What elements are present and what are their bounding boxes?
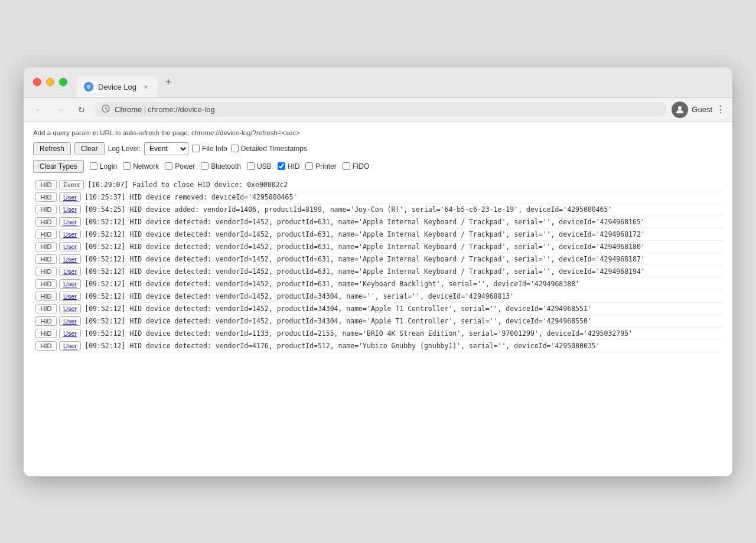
filter-printer-checkbox[interactable] — [305, 162, 313, 170]
filter-fido-checkbox[interactable] — [343, 162, 350, 170]
log-message: [09:54:25] HID device added: vendorId=14… — [84, 205, 721, 214]
log-message: [09:52:12] HID device detected: vendorId… — [84, 292, 721, 300]
menu-button[interactable]: ⋮ — [716, 104, 725, 115]
tab-close-button[interactable]: × — [141, 82, 151, 91]
filter-login-checkbox[interactable] — [90, 162, 97, 170]
filter-network-checkbox[interactable] — [123, 162, 131, 170]
log-type-badge: HID — [35, 242, 57, 251]
tab-bar: ⊙ Device Log × + — [77, 67, 732, 97]
filter-bluetooth-checkbox[interactable] — [201, 162, 208, 170]
log-type-badge: HID — [35, 205, 57, 214]
filter-fido-label[interactable]: FIDO — [353, 162, 370, 171]
log-type-badge: HID — [35, 304, 57, 313]
log-row: HIDEvent[10:29:07] Failed to close HID d… — [33, 179, 723, 191]
log-message: [09:52:12] HID device detected: vendorId… — [84, 218, 721, 226]
refresh-button[interactable]: Refresh — [33, 142, 71, 155]
log-level-select[interactable]: Event Verbose Debug Info Warning Error — [144, 142, 188, 155]
log-message: [09:52:12] HID device detected: vendorId… — [84, 267, 721, 276]
maximize-button[interactable] — [59, 78, 67, 86]
log-row: HIDUser[10:25:37] HID device removed: de… — [33, 191, 723, 204]
log-level-badge[interactable]: User — [59, 341, 81, 351]
log-level-badge[interactable]: User — [59, 242, 81, 251]
filter-usb: USB — [247, 162, 272, 171]
close-button[interactable] — [33, 78, 41, 86]
filter-printer-label[interactable]: Printer — [315, 162, 336, 171]
filter-login: Login — [90, 162, 117, 171]
log-type-badge: HID — [35, 316, 57, 326]
log-message: [10:29:07] Failed to close HID device: 0… — [87, 181, 721, 189]
filter-bluetooth: Bluetooth — [201, 162, 241, 171]
log-message: [09:52:12] HID device detected: vendorId… — [84, 329, 721, 338]
log-type-badge: HID — [35, 192, 57, 202]
address-icon — [102, 104, 110, 115]
filter-bluetooth-label[interactable]: Bluetooth — [211, 162, 241, 171]
log-level-badge[interactable]: User — [59, 267, 81, 276]
filter-hid-label[interactable]: HID — [288, 162, 300, 171]
filter-power-label[interactable]: Power — [175, 162, 195, 171]
titlebar: ⊙ Device Log × + — [24, 67, 732, 98]
reload-button[interactable]: ↻ — [73, 102, 90, 118]
page-content: Add a query param in URL to auto-refresh… — [24, 122, 732, 476]
filter-power: Power — [165, 162, 195, 171]
detailed-timestamps-label[interactable]: Detailed Timestamps — [241, 145, 307, 153]
tab-favicon: ⊙ — [84, 82, 93, 91]
log-row: HIDUser[09:52:12] HID device detected: v… — [33, 328, 723, 340]
user-avatar[interactable] — [672, 102, 688, 118]
filter-network-label[interactable]: Network — [133, 162, 159, 171]
toolbar-row1: Refresh Clear Log Level: Event Verbose D… — [33, 142, 723, 155]
log-type-badge: HID — [35, 292, 57, 301]
filter-power-checkbox[interactable] — [165, 162, 172, 170]
log-row: HIDUser[09:52:12] HID device detected: v… — [33, 278, 723, 290]
detailed-timestamps-group: Detailed Timestamps — [231, 145, 307, 153]
log-level-badge[interactable]: User — [59, 217, 81, 227]
svg-point-1 — [678, 106, 682, 110]
clear-button[interactable]: Clear — [74, 142, 105, 155]
log-row: HIDUser[09:52:12] HID device detected: v… — [33, 241, 723, 253]
filter-printer: Printer — [305, 162, 336, 171]
new-tab-button[interactable]: + — [160, 74, 177, 90]
guest-label: Guest — [692, 105, 712, 114]
navbar: ← → ↻ Chrome | chrome://device-log — [24, 98, 732, 122]
log-level-badge[interactable]: User — [59, 329, 81, 338]
log-message: [09:52:12] HID device detected: vendorId… — [84, 305, 721, 313]
log-level-badge[interactable]: User — [59, 279, 81, 289]
file-info-checkbox[interactable] — [192, 145, 200, 152]
active-tab[interactable]: ⊙ Device Log × — [77, 76, 158, 97]
log-level-badge[interactable]: User — [59, 316, 81, 326]
log-row: HIDUser[09:52:12] HID device detected: v… — [33, 290, 723, 303]
tab-title: Device Log — [98, 83, 136, 91]
back-button[interactable]: ← — [31, 102, 47, 118]
log-row: HIDUser[09:54:25] HID device added: vend… — [33, 204, 723, 216]
log-level-badge[interactable]: User — [59, 192, 81, 202]
filter-fido: FIDO — [343, 162, 370, 171]
log-level-badge[interactable]: User — [59, 230, 81, 239]
log-type-badge: HID — [35, 254, 57, 264]
log-level-badge[interactable]: User — [59, 205, 81, 214]
log-level-badge[interactable]: User — [59, 254, 81, 264]
forward-button[interactable]: → — [52, 102, 69, 118]
log-row: HIDUser[09:52:12] HID device detected: v… — [33, 303, 723, 315]
detailed-timestamps-checkbox[interactable] — [231, 145, 239, 152]
traffic-lights — [24, 78, 77, 86]
log-message: [09:52:12] HID device detected: vendorId… — [84, 317, 721, 325]
log-message: [09:52:12] HID device detected: vendorId… — [84, 280, 721, 288]
log-message: [09:52:12] HID device detected: vendorId… — [84, 243, 721, 251]
minimize-button[interactable] — [46, 78, 54, 86]
address-brand-text: Chrome — [115, 105, 142, 114]
filter-hid-checkbox[interactable] — [278, 162, 285, 170]
filter-usb-checkbox[interactable] — [247, 162, 255, 170]
log-message: [09:52:12] HID device detected: vendorId… — [84, 230, 721, 238]
filter-usb-label[interactable]: USB — [257, 162, 272, 171]
hint-text: Add a query param in URL to auto-refresh… — [33, 129, 723, 136]
file-info-label[interactable]: File Info — [202, 145, 227, 153]
log-type-badge: HID — [35, 217, 57, 227]
address-bar[interactable]: Chrome | chrome://device-log — [94, 102, 667, 117]
file-info-group: File Info — [192, 145, 227, 153]
log-type-badge: HID — [35, 341, 57, 351]
log-row: HIDUser[09:52:12] HID device detected: v… — [33, 315, 723, 328]
clear-types-button[interactable]: Clear Types — [33, 160, 84, 173]
filter-login-label[interactable]: Login — [100, 162, 117, 171]
address-brand: Chrome | chrome://device-log — [115, 105, 660, 114]
log-level-badge[interactable]: User — [59, 292, 81, 301]
log-level-badge[interactable]: User — [59, 304, 81, 313]
